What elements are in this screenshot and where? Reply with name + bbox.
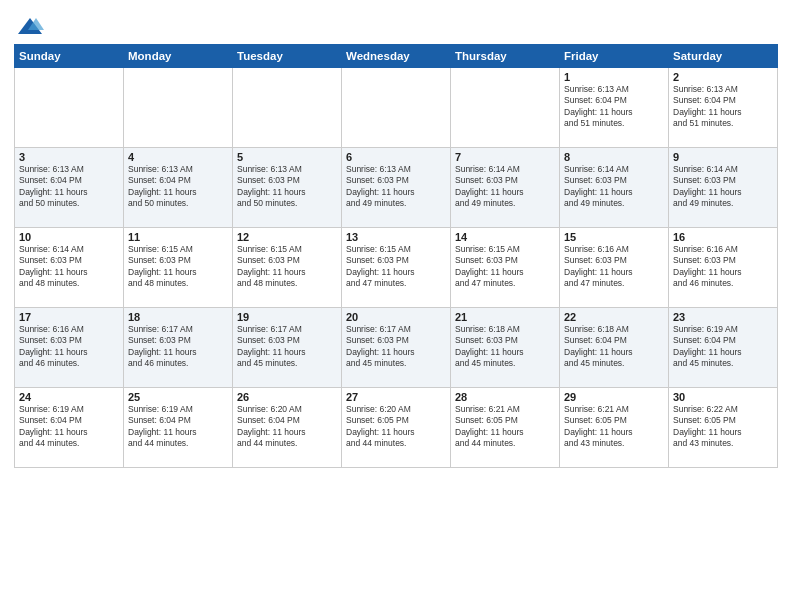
- weekday-header-thursday: Thursday: [451, 45, 560, 68]
- day-info: Sunrise: 6:19 AM Sunset: 6:04 PM Dayligh…: [128, 404, 228, 450]
- day-info: Sunrise: 6:17 AM Sunset: 6:03 PM Dayligh…: [128, 324, 228, 370]
- day-cell: 20Sunrise: 6:17 AM Sunset: 6:03 PM Dayli…: [342, 308, 451, 388]
- day-info: Sunrise: 6:13 AM Sunset: 6:03 PM Dayligh…: [237, 164, 337, 210]
- week-row-3: 10Sunrise: 6:14 AM Sunset: 6:03 PM Dayli…: [15, 228, 778, 308]
- day-number: 22: [564, 311, 664, 323]
- day-number: 13: [346, 231, 446, 243]
- weekday-header-row: SundayMondayTuesdayWednesdayThursdayFrid…: [15, 45, 778, 68]
- day-number: 25: [128, 391, 228, 403]
- day-number: 2: [673, 71, 773, 83]
- day-cell: [451, 68, 560, 148]
- day-cell: 22Sunrise: 6:18 AM Sunset: 6:04 PM Dayli…: [560, 308, 669, 388]
- day-cell: 2Sunrise: 6:13 AM Sunset: 6:04 PM Daylig…: [669, 68, 778, 148]
- day-info: Sunrise: 6:14 AM Sunset: 6:03 PM Dayligh…: [564, 164, 664, 210]
- weekday-header-friday: Friday: [560, 45, 669, 68]
- day-number: 29: [564, 391, 664, 403]
- day-cell: 7Sunrise: 6:14 AM Sunset: 6:03 PM Daylig…: [451, 148, 560, 228]
- day-info: Sunrise: 6:17 AM Sunset: 6:03 PM Dayligh…: [346, 324, 446, 370]
- day-info: Sunrise: 6:22 AM Sunset: 6:05 PM Dayligh…: [673, 404, 773, 450]
- week-row-2: 3Sunrise: 6:13 AM Sunset: 6:04 PM Daylig…: [15, 148, 778, 228]
- day-number: 28: [455, 391, 555, 403]
- day-cell: 3Sunrise: 6:13 AM Sunset: 6:04 PM Daylig…: [15, 148, 124, 228]
- day-cell: 25Sunrise: 6:19 AM Sunset: 6:04 PM Dayli…: [124, 388, 233, 468]
- day-cell: 27Sunrise: 6:20 AM Sunset: 6:05 PM Dayli…: [342, 388, 451, 468]
- day-cell: 9Sunrise: 6:14 AM Sunset: 6:03 PM Daylig…: [669, 148, 778, 228]
- day-number: 20: [346, 311, 446, 323]
- day-info: Sunrise: 6:13 AM Sunset: 6:04 PM Dayligh…: [673, 84, 773, 130]
- day-cell: 23Sunrise: 6:19 AM Sunset: 6:04 PM Dayli…: [669, 308, 778, 388]
- day-number: 7: [455, 151, 555, 163]
- week-row-5: 24Sunrise: 6:19 AM Sunset: 6:04 PM Dayli…: [15, 388, 778, 468]
- day-number: 27: [346, 391, 446, 403]
- day-info: Sunrise: 6:18 AM Sunset: 6:04 PM Dayligh…: [564, 324, 664, 370]
- day-cell: 24Sunrise: 6:19 AM Sunset: 6:04 PM Dayli…: [15, 388, 124, 468]
- day-number: 1: [564, 71, 664, 83]
- day-number: 23: [673, 311, 773, 323]
- day-cell: 26Sunrise: 6:20 AM Sunset: 6:04 PM Dayli…: [233, 388, 342, 468]
- weekday-header-sunday: Sunday: [15, 45, 124, 68]
- day-cell: [15, 68, 124, 148]
- day-number: 11: [128, 231, 228, 243]
- day-info: Sunrise: 6:20 AM Sunset: 6:05 PM Dayligh…: [346, 404, 446, 450]
- day-number: 14: [455, 231, 555, 243]
- day-cell: 16Sunrise: 6:16 AM Sunset: 6:03 PM Dayli…: [669, 228, 778, 308]
- day-number: 9: [673, 151, 773, 163]
- day-cell: 4Sunrise: 6:13 AM Sunset: 6:04 PM Daylig…: [124, 148, 233, 228]
- day-number: 19: [237, 311, 337, 323]
- weekday-header-tuesday: Tuesday: [233, 45, 342, 68]
- day-cell: 10Sunrise: 6:14 AM Sunset: 6:03 PM Dayli…: [15, 228, 124, 308]
- day-cell: 17Sunrise: 6:16 AM Sunset: 6:03 PM Dayli…: [15, 308, 124, 388]
- day-cell: 1Sunrise: 6:13 AM Sunset: 6:04 PM Daylig…: [560, 68, 669, 148]
- day-info: Sunrise: 6:15 AM Sunset: 6:03 PM Dayligh…: [346, 244, 446, 290]
- day-info: Sunrise: 6:20 AM Sunset: 6:04 PM Dayligh…: [237, 404, 337, 450]
- day-number: 17: [19, 311, 119, 323]
- day-info: Sunrise: 6:16 AM Sunset: 6:03 PM Dayligh…: [673, 244, 773, 290]
- weekday-header-wednesday: Wednesday: [342, 45, 451, 68]
- day-cell: 19Sunrise: 6:17 AM Sunset: 6:03 PM Dayli…: [233, 308, 342, 388]
- day-number: 10: [19, 231, 119, 243]
- day-cell: 8Sunrise: 6:14 AM Sunset: 6:03 PM Daylig…: [560, 148, 669, 228]
- day-info: Sunrise: 6:21 AM Sunset: 6:05 PM Dayligh…: [564, 404, 664, 450]
- day-cell: 18Sunrise: 6:17 AM Sunset: 6:03 PM Dayli…: [124, 308, 233, 388]
- weekday-header-monday: Monday: [124, 45, 233, 68]
- day-number: 26: [237, 391, 337, 403]
- day-info: Sunrise: 6:13 AM Sunset: 6:03 PM Dayligh…: [346, 164, 446, 210]
- day-info: Sunrise: 6:18 AM Sunset: 6:03 PM Dayligh…: [455, 324, 555, 370]
- day-cell: 5Sunrise: 6:13 AM Sunset: 6:03 PM Daylig…: [233, 148, 342, 228]
- day-cell: 6Sunrise: 6:13 AM Sunset: 6:03 PM Daylig…: [342, 148, 451, 228]
- day-number: 8: [564, 151, 664, 163]
- day-cell: 29Sunrise: 6:21 AM Sunset: 6:05 PM Dayli…: [560, 388, 669, 468]
- weekday-header-saturday: Saturday: [669, 45, 778, 68]
- day-number: 21: [455, 311, 555, 323]
- day-cell: 14Sunrise: 6:15 AM Sunset: 6:03 PM Dayli…: [451, 228, 560, 308]
- day-cell: 21Sunrise: 6:18 AM Sunset: 6:03 PM Dayli…: [451, 308, 560, 388]
- day-number: 5: [237, 151, 337, 163]
- week-row-1: 1Sunrise: 6:13 AM Sunset: 6:04 PM Daylig…: [15, 68, 778, 148]
- week-row-4: 17Sunrise: 6:16 AM Sunset: 6:03 PM Dayli…: [15, 308, 778, 388]
- day-info: Sunrise: 6:13 AM Sunset: 6:04 PM Dayligh…: [19, 164, 119, 210]
- day-number: 30: [673, 391, 773, 403]
- day-info: Sunrise: 6:15 AM Sunset: 6:03 PM Dayligh…: [455, 244, 555, 290]
- day-number: 6: [346, 151, 446, 163]
- logo: [14, 14, 44, 38]
- day-info: Sunrise: 6:17 AM Sunset: 6:03 PM Dayligh…: [237, 324, 337, 370]
- header: [14, 10, 778, 38]
- day-info: Sunrise: 6:15 AM Sunset: 6:03 PM Dayligh…: [128, 244, 228, 290]
- day-info: Sunrise: 6:19 AM Sunset: 6:04 PM Dayligh…: [19, 404, 119, 450]
- day-cell: 13Sunrise: 6:15 AM Sunset: 6:03 PM Dayli…: [342, 228, 451, 308]
- page: SundayMondayTuesdayWednesdayThursdayFrid…: [0, 0, 792, 612]
- day-info: Sunrise: 6:14 AM Sunset: 6:03 PM Dayligh…: [673, 164, 773, 210]
- day-cell: 15Sunrise: 6:16 AM Sunset: 6:03 PM Dayli…: [560, 228, 669, 308]
- day-info: Sunrise: 6:13 AM Sunset: 6:04 PM Dayligh…: [128, 164, 228, 210]
- day-info: Sunrise: 6:15 AM Sunset: 6:03 PM Dayligh…: [237, 244, 337, 290]
- day-cell: 12Sunrise: 6:15 AM Sunset: 6:03 PM Dayli…: [233, 228, 342, 308]
- day-info: Sunrise: 6:14 AM Sunset: 6:03 PM Dayligh…: [455, 164, 555, 210]
- day-info: Sunrise: 6:16 AM Sunset: 6:03 PM Dayligh…: [564, 244, 664, 290]
- day-cell: 30Sunrise: 6:22 AM Sunset: 6:05 PM Dayli…: [669, 388, 778, 468]
- day-number: 18: [128, 311, 228, 323]
- day-cell: 28Sunrise: 6:21 AM Sunset: 6:05 PM Dayli…: [451, 388, 560, 468]
- day-number: 15: [564, 231, 664, 243]
- day-info: Sunrise: 6:14 AM Sunset: 6:03 PM Dayligh…: [19, 244, 119, 290]
- day-cell: [233, 68, 342, 148]
- day-number: 3: [19, 151, 119, 163]
